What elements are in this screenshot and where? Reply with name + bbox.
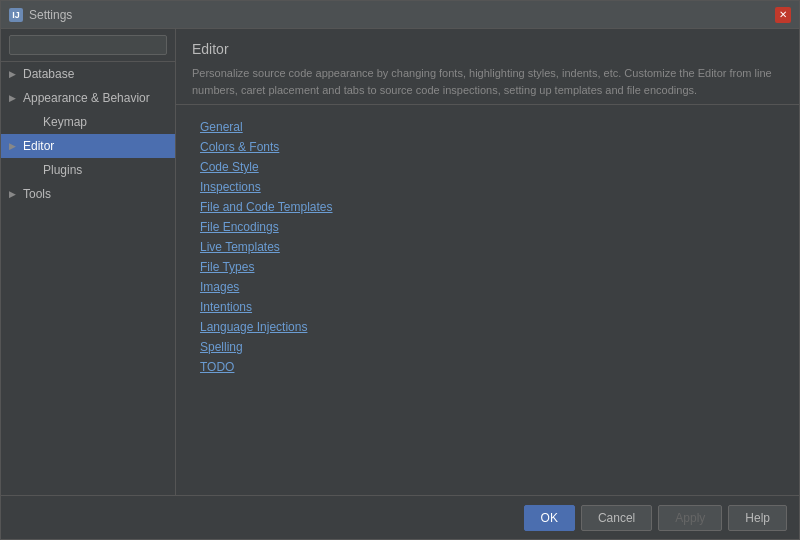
sub-item-file-encodings[interactable]: File Encodings <box>192 217 783 237</box>
sidebar-item-database[interactable]: ▶Database <box>1 62 175 86</box>
window-title: Settings <box>29 8 775 22</box>
sidebar-item-label-keymap: Keymap <box>43 115 87 129</box>
sub-item-intentions[interactable]: Intentions <box>192 297 783 317</box>
sub-item-spelling[interactable]: Spelling <box>192 337 783 357</box>
help-button[interactable]: Help <box>728 505 787 531</box>
main-description: Personalize source code appearance by ch… <box>192 65 783 98</box>
close-button[interactable]: ✕ <box>775 7 791 23</box>
sidebar-item-label-plugins: Plugins <box>43 163 82 177</box>
sub-item-colors-fonts[interactable]: Colors & Fonts <box>192 137 783 157</box>
main-title: Editor <box>192 41 783 57</box>
content-area: ▶Database▶Appearance & BehaviorKeymap▶Ed… <box>1 29 799 495</box>
nav-arrow-editor: ▶ <box>9 141 19 151</box>
main-header: Editor Personalize source code appearanc… <box>176 29 799 105</box>
apply-button[interactable]: Apply <box>658 505 722 531</box>
main-body: GeneralColors & FontsCode StyleInspectio… <box>176 105 799 495</box>
sub-item-general[interactable]: General <box>192 117 783 137</box>
sidebar-item-label-appearance: Appearance & Behavior <box>23 91 150 105</box>
nav-arrow-tools: ▶ <box>9 189 19 199</box>
title-bar: IJ Settings ✕ <box>1 1 799 29</box>
sub-items-list: GeneralColors & FontsCode StyleInspectio… <box>192 117 783 377</box>
sub-item-file-code-templates[interactable]: File and Code Templates <box>192 197 783 217</box>
search-input[interactable] <box>9 35 167 55</box>
sidebar: ▶Database▶Appearance & BehaviorKeymap▶Ed… <box>1 29 176 495</box>
nav-arrow-database: ▶ <box>9 69 19 79</box>
sidebar-item-tools[interactable]: ▶Tools <box>1 182 175 206</box>
sub-item-file-types[interactable]: File Types <box>192 257 783 277</box>
footer: OK Cancel Apply Help <box>1 495 799 539</box>
main-content: Editor Personalize source code appearanc… <box>176 29 799 495</box>
sub-item-live-templates[interactable]: Live Templates <box>192 237 783 257</box>
sub-item-images[interactable]: Images <box>192 277 783 297</box>
sub-item-code-style[interactable]: Code Style <box>192 157 783 177</box>
sidebar-item-appearance[interactable]: ▶Appearance & Behavior <box>1 86 175 110</box>
sidebar-item-keymap[interactable]: Keymap <box>1 110 175 134</box>
app-icon: IJ <box>9 8 23 22</box>
search-container <box>1 29 175 62</box>
sidebar-item-label-editor: Editor <box>23 139 54 153</box>
cancel-button[interactable]: Cancel <box>581 505 652 531</box>
sidebar-item-label-database: Database <box>23 67 74 81</box>
ok-button[interactable]: OK <box>524 505 575 531</box>
sub-item-inspections[interactable]: Inspections <box>192 177 783 197</box>
nav-list: ▶Database▶Appearance & BehaviorKeymap▶Ed… <box>1 62 175 206</box>
sub-item-language-injections[interactable]: Language Injections <box>192 317 783 337</box>
sidebar-item-plugins[interactable]: Plugins <box>1 158 175 182</box>
sub-item-todo[interactable]: TODO <box>192 357 783 377</box>
sidebar-item-editor[interactable]: ▶Editor <box>1 134 175 158</box>
nav-arrow-appearance: ▶ <box>9 93 19 103</box>
sidebar-item-label-tools: Tools <box>23 187 51 201</box>
settings-window: IJ Settings ✕ ▶Database▶Appearance & Beh… <box>0 0 800 540</box>
